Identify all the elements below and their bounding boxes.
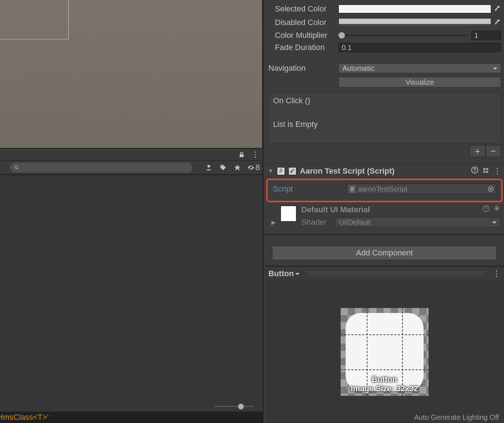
onclick-title: On Click ()	[273, 96, 496, 105]
svg-text:?: ?	[473, 168, 476, 173]
enable-checkbox[interactable]: ✓	[288, 167, 296, 175]
hidden-icon[interactable]: 8	[247, 163, 260, 172]
search-input[interactable]	[10, 163, 192, 173]
object-picker-icon[interactable]	[488, 186, 494, 192]
filter-by-type-icon[interactable]	[204, 163, 213, 172]
fade-duration-row: Fade Duration 0.1	[265, 41, 504, 54]
svg-line-1	[18, 168, 19, 170]
favorite-icon[interactable]	[233, 163, 242, 172]
shader-label: Shader	[301, 218, 330, 227]
selected-color-label: Selected Color	[275, 4, 339, 14]
color-multiplier-label: Color Multiplier	[275, 31, 339, 40]
foldout-icon[interactable]: ▼	[268, 168, 273, 174]
preset-icon[interactable]	[483, 166, 489, 176]
add-event-button[interactable]: +	[470, 145, 485, 157]
help-icon[interactable]: ?	[483, 205, 490, 214]
preview-caption: Button Image Size: 32x32	[341, 375, 429, 393]
panel-toolbar: ⋮	[0, 148, 263, 161]
material-title: Default UI Material	[301, 205, 370, 214]
disabled-color-row: Disabled Color	[265, 16, 504, 29]
lock-icon[interactable]	[237, 150, 246, 159]
filter-by-label-icon[interactable]	[218, 163, 228, 172]
kebab-icon[interactable]: ⋮	[251, 150, 260, 159]
project-content[interactable]	[0, 175, 263, 412]
disabled-color-label: Disabled Color	[275, 18, 339, 27]
eyedropper-icon[interactable]	[493, 19, 501, 26]
onclick-events: On Click () List is Empty	[268, 92, 501, 144]
left-pane: ⋮ 8	[0, 0, 263, 423]
shader-dropdown[interactable]: UI/Default	[335, 217, 500, 227]
status-bar: 'HmsClass<T>'	[0, 412, 263, 423]
scene-viewport[interactable]	[0, 0, 263, 148]
hidden-count: 8	[256, 163, 260, 172]
svg-text:?: ?	[485, 206, 488, 211]
svg-point-2	[207, 165, 210, 168]
inspector-panel: Pressed Color Selected Color Disabled Co…	[263, 0, 504, 423]
script-field-row: Script # aaronTestScript	[270, 182, 499, 194]
kebab-icon[interactable]: ⋮	[493, 166, 501, 176]
drag-handle[interactable]	[307, 272, 485, 276]
add-component-button[interactable]: Add Component	[272, 246, 497, 260]
sprite-preview: Button Image Size: 32x32	[341, 308, 429, 396]
thumbnail-size-slider[interactable]	[214, 404, 254, 409]
selected-color-row: Selected Color	[265, 2, 504, 16]
disabled-color-swatch[interactable]	[339, 18, 491, 27]
visualize-row: Visualize	[265, 76, 504, 89]
selected-color-swatch[interactable]	[339, 5, 491, 13]
lighting-status: Auto Generate Lighting Off	[414, 413, 499, 422]
onclick-empty: List is Empty	[273, 120, 496, 129]
help-icon[interactable]: ?	[471, 166, 478, 176]
status-text: 'HmsClass<T>'	[0, 413, 49, 422]
color-multiplier-row: Color Multiplier 1	[265, 29, 504, 41]
script-object-field[interactable]: # aaronTestScript	[346, 184, 496, 194]
color-multiplier-value[interactable]: 1	[471, 31, 501, 40]
material-section: ▶ Default UI Material ? Shader UI/Defaul…	[265, 203, 504, 229]
navigation-label: Navigation	[268, 64, 339, 73]
expand-icon[interactable]: ▶	[270, 219, 276, 226]
project-toolbar: 8	[0, 161, 263, 175]
script-label: Script	[273, 184, 346, 194]
component-title: Aaron Test Script (Script)	[300, 166, 468, 176]
eyedropper-icon[interactable]	[493, 6, 501, 12]
fade-duration-value[interactable]: 0.1	[339, 43, 501, 52]
color-multiplier-slider[interactable]	[339, 35, 468, 36]
svg-point-0	[15, 166, 18, 169]
material-preview[interactable]	[281, 206, 296, 222]
preview-name[interactable]: Button	[268, 269, 300, 278]
script-file-icon: #	[277, 167, 285, 175]
script-value: aaronTestScript	[358, 185, 407, 193]
selection-outline	[0, 0, 69, 39]
kebab-icon[interactable]: ⋮	[493, 269, 500, 278]
remove-event-button[interactable]: −	[485, 145, 501, 157]
highlight-annotation: Script # aaronTestScript	[266, 179, 503, 202]
navigation-dropdown[interactable]: Automatic	[339, 63, 501, 73]
fade-duration-label: Fade Duration	[275, 43, 339, 52]
script-component-header[interactable]: ▼ # ✓ Aaron Test Script (Script) ? ⋮	[265, 164, 504, 178]
asset-preview-section: Button ⋮ Button Image Size: 32x32	[265, 266, 504, 423]
gear-icon[interactable]	[493, 205, 500, 214]
navigation-row: Navigation Automatic	[265, 61, 504, 76]
visualize-button[interactable]: Visualize	[339, 77, 501, 88]
